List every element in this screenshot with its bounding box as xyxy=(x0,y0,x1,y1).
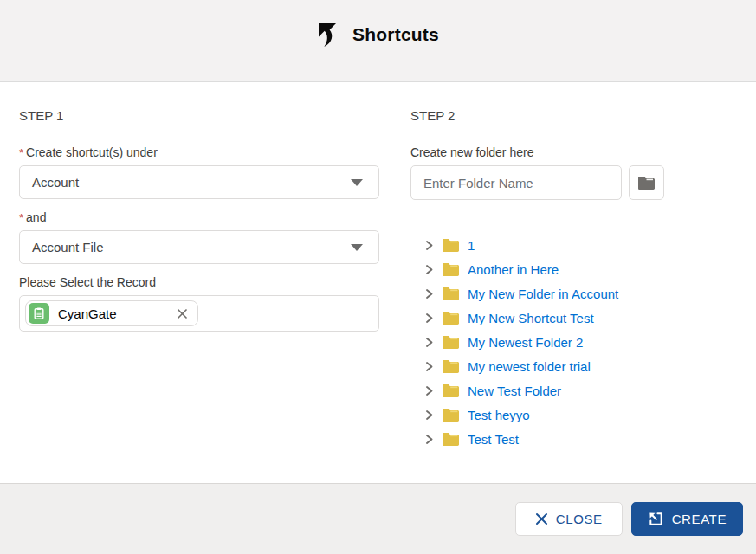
record-box[interactable]: CyanGate xyxy=(19,295,379,332)
folder-link[interactable]: Test Test xyxy=(468,432,519,447)
folder-link[interactable]: My New Shortcut Test xyxy=(468,311,594,325)
create-button[interactable]: CREATE xyxy=(631,502,743,536)
folder-icon xyxy=(442,408,460,422)
page-title: Shortcuts xyxy=(352,24,439,45)
required-marker: * xyxy=(19,211,23,224)
folder-tree-row[interactable]: Test heyyo xyxy=(424,403,737,427)
step2-heading: STEP 2 xyxy=(410,108,737,123)
folder-link[interactable]: New Test Folder xyxy=(468,383,561,398)
folder-tree-row[interactable]: My New Folder in Account xyxy=(424,281,737,306)
step1-heading: STEP 1 xyxy=(19,108,379,123)
create-folder-button[interactable] xyxy=(629,165,664,200)
step1-panel: STEP 1 *Create shortcut(s) under Account… xyxy=(19,108,379,483)
folder-icon xyxy=(442,432,460,447)
record-pill[interactable]: CyanGate xyxy=(25,300,198,326)
record-select-label: Please Select the Record xyxy=(19,275,379,289)
chevron-right-icon[interactable] xyxy=(424,361,434,372)
folder-tree: 1 Another in Here xyxy=(410,233,737,451)
chevron-right-icon[interactable] xyxy=(424,385,434,396)
shortcut-arrow-icon xyxy=(317,22,340,48)
new-folder-label: Create new folder here xyxy=(410,145,737,159)
folder-icon xyxy=(442,335,460,350)
close-button[interactable]: CLOSE xyxy=(515,502,623,536)
folder-icon xyxy=(442,238,460,253)
folder-name-input[interactable] xyxy=(410,165,622,200)
folder-link[interactable]: Another in Here xyxy=(468,262,559,277)
folder-tree-row[interactable]: Test Test xyxy=(424,427,737,451)
step2-panel: STEP 2 Create new folder here xyxy=(410,108,737,483)
folder-link[interactable]: My newest folder trial xyxy=(468,359,591,374)
shortcuts-modal: Shortcuts STEP 1 *Create shortcut(s) und… xyxy=(0,0,756,554)
chevron-right-icon[interactable] xyxy=(424,240,434,251)
chevron-right-icon[interactable] xyxy=(424,264,434,275)
create-under-select[interactable]: Account xyxy=(19,165,379,199)
file-type-value: Account File xyxy=(32,240,104,254)
account-record-icon xyxy=(29,303,49,324)
required-marker: * xyxy=(19,146,23,159)
folder-tree-row[interactable]: My newest folder trial xyxy=(424,354,737,378)
folder-tree-row[interactable]: My New Shortcut Test xyxy=(424,306,737,330)
modal-body: STEP 1 *Create shortcut(s) under Account… xyxy=(0,82,756,483)
chevron-right-icon[interactable] xyxy=(424,434,434,445)
modal-footer: CLOSE CREATE xyxy=(0,483,756,554)
modal-header: Shortcuts xyxy=(0,0,756,82)
create-under-label: *Create shortcut(s) under xyxy=(19,145,379,159)
folder-icon xyxy=(442,311,460,325)
folder-icon xyxy=(442,383,460,398)
close-icon xyxy=(535,512,548,525)
chevron-right-icon[interactable] xyxy=(424,409,434,421)
file-type-select[interactable]: Account File xyxy=(19,230,379,264)
folder-link[interactable]: My Newest Folder 2 xyxy=(468,335,583,350)
folder-icon xyxy=(442,262,460,277)
folder-create-row xyxy=(410,165,737,200)
create-button-label: CREATE xyxy=(672,512,727,526)
chevron-right-icon[interactable] xyxy=(424,312,434,324)
folder-icon xyxy=(442,359,460,374)
folder-link[interactable]: My New Folder in Account xyxy=(468,287,618,301)
chevron-right-icon[interactable] xyxy=(424,288,434,300)
create-under-value: Account xyxy=(32,175,79,190)
folder-tree-row[interactable]: My Newest Folder 2 xyxy=(424,330,737,354)
record-pill-name: CyanGate xyxy=(58,306,167,321)
remove-record-icon[interactable] xyxy=(176,307,189,320)
chevron-down-icon xyxy=(351,179,363,186)
chevron-down-icon xyxy=(351,244,363,251)
chevron-right-icon[interactable] xyxy=(424,337,434,348)
folder-tree-row[interactable]: New Test Folder xyxy=(424,378,737,403)
close-button-label: CLOSE xyxy=(556,512,603,526)
folder-tree-row[interactable]: 1 xyxy=(424,233,737,257)
and-label: *and xyxy=(19,210,379,224)
folder-icon xyxy=(637,176,656,190)
create-shortcut-icon xyxy=(648,511,664,527)
folder-link[interactable]: 1 xyxy=(468,238,475,253)
folder-tree-row[interactable]: Another in Here xyxy=(424,257,737,281)
folder-link[interactable]: Test heyyo xyxy=(468,408,530,422)
folder-icon xyxy=(442,287,460,301)
